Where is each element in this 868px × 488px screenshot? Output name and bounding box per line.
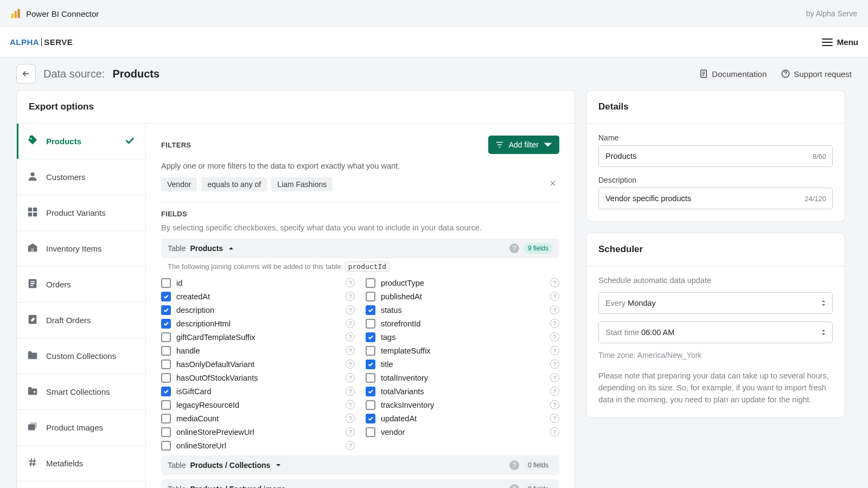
field-checkbox[interactable]	[366, 332, 375, 342]
field-checkbox[interactable]	[366, 387, 375, 396]
filter-chip[interactable]: equals to any of	[201, 177, 267, 191]
field-count-badge: 0 fields	[524, 484, 553, 488]
table-header-products[interactable]: Table Products ? 9 fields	[161, 239, 559, 258]
field-checkbox[interactable]	[161, 332, 171, 342]
field-checkbox[interactable]	[161, 441, 171, 451]
field-checkbox[interactable]	[366, 359, 375, 369]
field-help-icon[interactable]: ?	[550, 346, 559, 355]
fields-description: By selecting specific checkboxes, specif…	[161, 223, 559, 232]
field-checkbox[interactable]	[161, 305, 171, 315]
field-help-icon[interactable]: ?	[550, 292, 559, 301]
sidebar-tab-custom-collections[interactable]: Custom Collections	[17, 338, 145, 374]
description-input[interactable]	[598, 188, 833, 209]
fields-heading: FIELDS	[161, 210, 559, 218]
name-counter: 8/60	[813, 152, 826, 160]
tag-icon	[27, 134, 39, 148]
field-help-icon[interactable]: ?	[550, 305, 559, 314]
documentation-link[interactable]: Documentation	[699, 69, 767, 79]
svg-rect-15	[30, 422, 37, 428]
field-label: totalVariants	[381, 387, 424, 396]
sidebar-tab-draft-orders[interactable]: Draft Orders	[17, 303, 145, 338]
field-help-icon[interactable]: ?	[550, 319, 559, 328]
field-checkbox[interactable]	[366, 278, 375, 288]
field-help-icon[interactable]: ?	[346, 414, 355, 423]
field-checkbox[interactable]	[161, 278, 171, 288]
field-help-icon[interactable]: ?	[346, 400, 355, 409]
svg-rect-1	[15, 11, 17, 18]
field-checkbox[interactable]	[366, 427, 375, 437]
field-checkbox[interactable]	[161, 292, 171, 301]
sidebar-tab-product-images[interactable]: Product Images	[17, 410, 145, 446]
field-checkbox[interactable]	[366, 305, 375, 315]
arrow-left-icon	[21, 69, 31, 79]
frequency-select[interactable]: Every Monday	[598, 292, 833, 314]
datasource-label: Data source:	[43, 68, 105, 80]
remove-filter-button[interactable]	[546, 177, 559, 192]
field-help-icon[interactable]: ?	[550, 387, 559, 396]
field-row: productType?	[366, 276, 559, 290]
back-button[interactable]	[16, 64, 36, 84]
field-help-icon[interactable]: ?	[550, 373, 559, 382]
field-checkbox[interactable]	[161, 427, 171, 437]
field-help-icon[interactable]: ?	[346, 319, 355, 328]
field-help-icon[interactable]: ?	[550, 332, 559, 342]
draft-icon	[27, 313, 39, 327]
field-checkbox[interactable]	[366, 292, 375, 301]
field-row: totalVariants?	[366, 384, 559, 398]
field-help-icon[interactable]: ?	[346, 373, 355, 382]
field-checkbox[interactable]	[161, 400, 171, 410]
sidebar-tab-product-variants[interactable]: Product Variants	[17, 195, 145, 231]
field-checkbox[interactable]	[366, 319, 375, 329]
field-help-icon[interactable]: ?	[346, 441, 355, 450]
sidebar-tab-products[interactable]: Products	[17, 124, 145, 159]
field-checkbox[interactable]	[161, 359, 171, 369]
field-checkbox[interactable]	[161, 414, 171, 423]
field-label: storefrontId	[381, 319, 420, 328]
hamburger-icon	[822, 38, 833, 46]
help-icon[interactable]: ?	[509, 460, 519, 470]
folder-icon	[27, 349, 39, 363]
field-help-icon[interactable]: ?	[346, 305, 355, 314]
tab-label: Draft Orders	[46, 316, 91, 325]
filter-chip[interactable]: Vendor	[161, 177, 197, 191]
start-time-select[interactable]: Start time 06:00 AM	[598, 322, 833, 343]
description-counter: 24/120	[805, 195, 826, 203]
sidebar-tab-smart-collections[interactable]: Smart Collections	[17, 374, 145, 410]
sidebar-tab-inventory-items[interactable]: Inventory Items	[17, 231, 145, 267]
field-help-icon[interactable]: ?	[346, 427, 355, 436]
sidebar-tab-orders[interactable]: Orders	[17, 267, 145, 303]
scheduler-note: Please note that preparing your data can…	[598, 370, 833, 406]
menu-button[interactable]: Menu	[822, 37, 858, 47]
field-checkbox[interactable]	[161, 346, 171, 356]
support-link[interactable]: Support request	[781, 69, 852, 79]
sidebar-tab-customers[interactable]: Customers	[17, 159, 145, 195]
field-checkbox[interactable]	[161, 319, 171, 329]
field-help-icon[interactable]: ?	[346, 292, 355, 301]
field-checkbox[interactable]	[366, 400, 375, 410]
field-help-icon[interactable]: ?	[346, 387, 355, 396]
field-checkbox[interactable]	[161, 373, 171, 383]
field-count-badge: 9 fields	[524, 243, 553, 254]
field-checkbox[interactable]	[161, 387, 171, 396]
field-help-icon[interactable]: ?	[550, 414, 559, 423]
filter-chip[interactable]: Liam Fashions	[271, 177, 333, 191]
field-help-icon[interactable]: ?	[550, 359, 559, 369]
field-help-icon[interactable]: ?	[346, 332, 355, 342]
field-help-icon[interactable]: ?	[346, 359, 355, 369]
name-input[interactable]	[598, 145, 833, 167]
sidebar-tab-metafields[interactable]: Metafields	[17, 446, 145, 481]
field-checkbox[interactable]	[366, 346, 375, 356]
field-help-icon[interactable]: ?	[550, 278, 559, 287]
table-header-sub[interactable]: TableProducts / Featured image?0 fields	[161, 479, 559, 488]
field-checkbox[interactable]	[366, 414, 375, 423]
field-help-icon[interactable]: ?	[346, 346, 355, 355]
field-help-icon[interactable]: ?	[346, 278, 355, 287]
field-help-icon[interactable]: ?	[550, 400, 559, 409]
field-help-icon[interactable]: ?	[550, 427, 559, 436]
table-header-sub[interactable]: TableProducts / Collections?0 fields	[161, 455, 559, 475]
field-checkbox[interactable]	[366, 373, 375, 383]
help-icon[interactable]: ?	[509, 243, 519, 253]
add-filter-button[interactable]: Add filter	[488, 136, 559, 154]
help-icon[interactable]: ?	[509, 484, 519, 488]
top-strip: Power BI Connector by Alpha Serve	[0, 0, 868, 27]
